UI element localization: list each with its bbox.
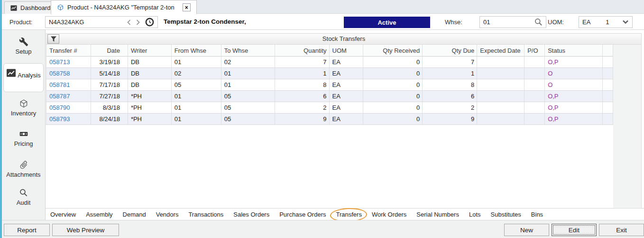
grid-background bbox=[613, 45, 642, 208]
edit-button[interactable]: Edit bbox=[552, 224, 597, 236]
bottom-tab-transfers[interactable]: Transfers bbox=[336, 211, 361, 218]
cell-transfer[interactable]: 058713 bbox=[46, 57, 91, 68]
cell-to-whse: 05 bbox=[221, 114, 275, 125]
cell-filler bbox=[603, 57, 613, 68]
bottom-tab-transactions[interactable]: Transactions bbox=[188, 211, 223, 218]
cell-from-whse: 05 bbox=[172, 79, 221, 91]
cell-to-whse: 01 bbox=[221, 68, 275, 79]
bottom-tab-work-orders[interactable]: Work Orders bbox=[372, 211, 406, 218]
column-header-status[interactable]: Status bbox=[545, 45, 603, 57]
bottom-tab-serial-numbers[interactable]: Serial Numbers bbox=[416, 211, 459, 218]
column-header-from-whse[interactable]: From Whse bbox=[172, 45, 221, 57]
cell-date: 7/17/18 bbox=[91, 79, 128, 91]
cell-p-o bbox=[524, 91, 545, 102]
report-button[interactable]: Report bbox=[4, 224, 50, 236]
product-input[interactable]: N4A324AKG bbox=[45, 16, 158, 28]
tab-dashboard[interactable]: Dashboard bbox=[4, 1, 57, 14]
chevron-right-icon[interactable] bbox=[136, 19, 140, 25]
cell-writer: DB bbox=[128, 79, 172, 91]
cell-quantity: 9 bbox=[275, 114, 330, 125]
cell-quantity: 2 bbox=[275, 102, 330, 114]
table-row[interactable]: 0587938/24/18*PH01059EA09O,P bbox=[46, 114, 613, 125]
table-row[interactable]: 0587585/14/18DB02011EA01O bbox=[46, 68, 613, 79]
cell-from-whse: 01 bbox=[172, 114, 221, 125]
search-icon[interactable] bbox=[534, 18, 543, 26]
column-header-p-o[interactable]: P/O bbox=[524, 45, 545, 57]
column-header-quantity[interactable]: Quantity bbox=[275, 45, 330, 57]
column-header-uom[interactable]: UOM bbox=[330, 45, 364, 57]
sidebar-item-analysis[interactable]: Analysis bbox=[3, 63, 44, 92]
cell-to-whse: 02 bbox=[221, 57, 275, 68]
product-input-value: N4A324AKG bbox=[49, 19, 84, 26]
web-preview-button[interactable]: Web Preview bbox=[52, 224, 119, 236]
new-button[interactable]: New bbox=[504, 224, 549, 236]
filter-button[interactable] bbox=[47, 34, 59, 44]
bottom-tab-substitutes[interactable]: Substitutes bbox=[491, 211, 521, 218]
bottom-tab-assembly[interactable]: Assembly bbox=[86, 211, 112, 218]
main-content: Stock Transfers Transfer #DateWriterFrom… bbox=[45, 30, 644, 220]
table-row[interactable]: 0587133/19/18DB01027EA07O,P bbox=[46, 57, 613, 68]
cell-qty-received: 0 bbox=[363, 102, 423, 114]
cell-quantity: 7 bbox=[275, 57, 330, 68]
sidebar-item-inventory[interactable]: Inventory bbox=[2, 99, 45, 117]
column-header-date[interactable]: Date bbox=[91, 45, 128, 57]
cell-writer: DB bbox=[128, 57, 172, 68]
grid-caption: Stock Transfers bbox=[46, 33, 642, 45]
chevron-left-icon[interactable] bbox=[127, 19, 131, 25]
uom-select[interactable]: EA 1 bbox=[579, 16, 633, 28]
bottom-tab-vendors[interactable]: Vendors bbox=[156, 211, 179, 218]
bottom-tab-demand[interactable]: Demand bbox=[123, 211, 146, 218]
cell-p-o bbox=[524, 57, 545, 68]
cell-quantity: 6 bbox=[275, 91, 330, 102]
cell-uom: EA bbox=[330, 91, 364, 102]
cube-icon bbox=[2, 99, 45, 108]
cell-to-whse: 01 bbox=[221, 79, 275, 91]
cell-expected-date bbox=[477, 57, 524, 68]
magnifier-icon bbox=[2, 188, 45, 198]
bottom-tab-lots[interactable]: Lots bbox=[469, 211, 481, 218]
grid-title: Stock Transfers bbox=[322, 35, 365, 42]
close-icon[interactable]: × bbox=[183, 3, 191, 11]
sidebar-item-setup[interactable]: Setup bbox=[2, 37, 45, 55]
exit-button[interactable]: Exit bbox=[599, 224, 644, 236]
history-icon[interactable] bbox=[145, 18, 154, 27]
funnel-icon bbox=[50, 36, 57, 42]
uom-factor: 1 bbox=[606, 19, 609, 26]
cell-transfer[interactable]: 058758 bbox=[46, 68, 91, 79]
cell-from-whse: 01 bbox=[172, 57, 221, 68]
column-header-writer[interactable]: Writer bbox=[128, 45, 172, 57]
cell-writer: *PH bbox=[128, 102, 172, 114]
bottom-tab-bins[interactable]: Bins bbox=[531, 211, 543, 218]
column-header-transfer[interactable]: Transfer # bbox=[46, 45, 91, 57]
sidebar-item-audit[interactable]: Audit bbox=[2, 188, 45, 206]
cell-transfer[interactable]: 058781 bbox=[46, 79, 91, 91]
whse-input[interactable]: 01 bbox=[479, 16, 546, 28]
whse-input-value: 01 bbox=[483, 19, 490, 26]
cell-qty-received: 0 bbox=[363, 79, 423, 91]
table-row[interactable]: 0587817/17/18DB05018EA08O bbox=[46, 79, 613, 91]
column-header-to-whse[interactable]: To Whse bbox=[221, 45, 275, 57]
column-header-qty-due[interactable]: Qty Due bbox=[423, 45, 477, 57]
column-header-expected-date[interactable]: Expected Date bbox=[477, 45, 524, 57]
chevron-down-icon bbox=[622, 20, 629, 24]
cell-from-whse: 01 bbox=[172, 102, 221, 114]
sidebar-item-attachments[interactable]: Attachments bbox=[2, 160, 45, 178]
cell-qty-due: 6 bbox=[423, 91, 477, 102]
bottom-tab-sales-orders[interactable]: Sales Orders bbox=[233, 211, 269, 218]
bottom-tab-overview[interactable]: Overview bbox=[50, 211, 76, 218]
product-description: Tempstar 2-ton Condenser, bbox=[164, 18, 246, 25]
column-header-qty-received[interactable]: Qty Received bbox=[363, 45, 423, 57]
table-row[interactable]: 0587877/27/18*PH01056EA06O,P bbox=[46, 91, 613, 102]
sidebar-item-pricing[interactable]: Pricing bbox=[2, 129, 45, 147]
cell-date: 3/19/18 bbox=[91, 57, 128, 68]
cell-date: 8/3/18 bbox=[91, 102, 128, 114]
cell-transfer[interactable]: 058793 bbox=[46, 114, 91, 125]
cell-qty-due: 1 bbox=[423, 68, 477, 79]
cell-transfer[interactable]: 058790 bbox=[46, 102, 91, 114]
table-row[interactable]: 0587908/3/18*PH01052EA02O,P bbox=[46, 102, 613, 114]
tab-product[interactable]: Product - N4A324AKG "Tempstar 2-ton × bbox=[51, 0, 197, 14]
cell-uom: EA bbox=[330, 102, 364, 114]
cell-transfer[interactable]: 058787 bbox=[46, 91, 91, 102]
cell-p-o bbox=[524, 79, 545, 91]
bottom-tab-purchase-orders[interactable]: Purchase Orders bbox=[279, 211, 326, 218]
